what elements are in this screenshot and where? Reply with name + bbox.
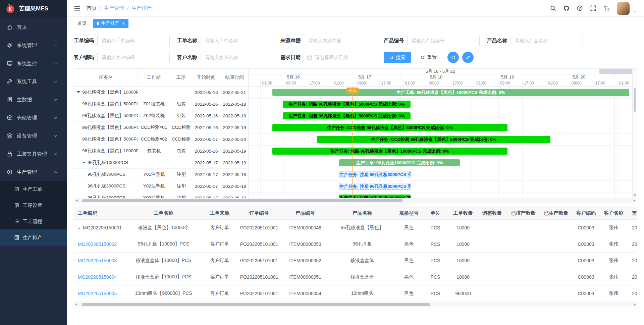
sidebar-menu: 首页系统管理系统监控系统工具主数据仓储管理设备管理工装夹具管理生产管理生产工单工… — [0, 17, 67, 325]
gantt-hour-label: 01:00 — [332, 80, 343, 87]
tab-scheduling[interactable]: 生产排产× — [93, 19, 128, 28]
cell-name: 96孔孔板【10000】PCS — [124, 241, 203, 247]
scroll-right-icon[interactable] — [632, 302, 637, 307]
sidebar-item-system-monitor[interactable]: 系统监控 — [0, 54, 67, 72]
cell-unit: PCS — [422, 291, 449, 296]
sidebar-item-process-flow[interactable]: 工艺流程 — [0, 213, 67, 229]
help-icon[interactable] — [577, 5, 583, 11]
hamburger-icon[interactable] — [74, 5, 80, 12]
end-date-cell: 2022-05-18 — [220, 113, 248, 118]
scrollbar-thumb[interactable] — [634, 88, 636, 112]
breadcrumb-item-2[interactable]: 生产排产 — [131, 5, 152, 11]
app-logo: 苦糖果MES — [0, 0, 67, 17]
gantt-task-row[interactable]: 96孔孔板3000PCSY03注塑机注塑2022-05-172022-05-18 — [74, 192, 248, 198]
search-icon[interactable] — [550, 5, 556, 11]
font-size-icon[interactable] — [603, 5, 610, 11]
github-icon[interactable] — [563, 5, 570, 11]
work-order-link[interactable]: MO202205150003 — [78, 258, 117, 263]
sidebar-item-warehouse-mgmt[interactable]: 仓储管理 — [0, 109, 67, 127]
scroll-down-icon[interactable] — [634, 195, 636, 196]
scrollbar-track[interactable] — [79, 303, 632, 307]
filter-text-input[interactable] — [97, 35, 170, 46]
scrollbar-thumb[interactable] — [82, 199, 402, 202]
gantt-task-table: 任务名工作站工序开始时间结束时间 96孔移液盒【黑色】10000PCS2022-… — [74, 69, 249, 198]
sidebar-item-system-mgmt[interactable]: 系统管理 — [0, 36, 67, 54]
collapse-caret-icon[interactable] — [77, 91, 80, 93]
tab-home[interactable]: 首页 — [74, 19, 90, 28]
gantt-task-row[interactable]: 96孔孔板3000PCSY01注塑机注塑2022-05-172022-05-18 — [74, 169, 248, 180]
gantt-task-row[interactable]: 96孔移液盒【黑色】5000PCSZ02组装机组装2022-05-162022-… — [74, 110, 248, 122]
gantt-bar[interactable]: 生产任务: CCD检测 96孔移液盒【黑色】5000PCS 完成比例: 0% — [317, 136, 550, 143]
start-date-cell: 2022-05-16 — [192, 125, 220, 130]
gantt-bar[interactable]: 生产任务: 组装 96孔移液盒【黑色】5000PCS 完成比例: 0% — [283, 101, 411, 108]
gantt-bar[interactable]: 生产任务: 注塑 96孔孔板3000PCS 完成比例: 0% — [339, 195, 411, 198]
reset-button[interactable]: 重置 — [415, 52, 442, 63]
filter-text-input[interactable] — [511, 35, 583, 46]
edit-button[interactable] — [462, 52, 474, 63]
gantt-gridline-hour — [260, 87, 261, 198]
refresh-icon — [451, 55, 456, 60]
table-horizontal-scrollbar[interactable] — [74, 302, 637, 307]
caret-down-icon[interactable] — [633, 9, 637, 13]
sidebar-item-equipment-mgmt[interactable]: 设备管理 — [0, 127, 67, 145]
end-date-cell: 2022-05-19 — [220, 149, 248, 154]
gantt-hour-label: 17:00 — [308, 80, 320, 87]
filter-text-input[interactable] — [97, 52, 170, 63]
gantt-task-row[interactable]: 96孔移液盒【黑色】10000PCS2022-05-162022-05-21 — [74, 87, 248, 98]
process-icon — [14, 203, 19, 208]
gantt-bar[interactable]: 生产工单: 96孔孔板10000PCS 完成比例: 0% — [339, 159, 460, 166]
work-order-link[interactable]: MO202205150005 — [78, 291, 117, 296]
gantt-vertical-scrollbar[interactable] — [632, 69, 637, 198]
cell-qty: 10000 — [449, 258, 477, 263]
gantt-task-row[interactable]: 96孔孔板3000PCSY02注塑机注塑2022-05-172022-05-18 — [74, 180, 248, 192]
scrollbar-thumb[interactable] — [82, 303, 430, 306]
work-order-link[interactable]: MO202205150001 — [83, 225, 122, 230]
gantt-bar[interactable]: 生产工单: 96孔移液盒【黑色】10000PCS 完成比例: 0% — [272, 89, 629, 96]
sidebar-item-process-settings[interactable]: 工序设置 — [0, 197, 67, 213]
gantt-table-body: 96孔移液盒【黑色】10000PCS2022-05-162022-05-2196… — [74, 87, 248, 198]
sidebar-item-system-tools[interactable]: 系统工具 — [0, 72, 67, 91]
main-area: 首页/生产管理/生产排产 首页生产排产× 工单编码工单名称来源单据产品编号产品名… — [67, 0, 644, 325]
work-order-link[interactable]: MO202205150002 — [78, 241, 117, 247]
filter-input-wrap — [304, 35, 376, 46]
scroll-left-icon[interactable] — [74, 302, 79, 307]
sidebar-item-production-mgmt[interactable]: 生产管理 — [0, 163, 67, 181]
sidebar-item-tooling-mgmt[interactable]: 工装夹具管理 — [0, 145, 67, 163]
scroll-right-icon[interactable] — [632, 198, 637, 203]
breadcrumb-item-1[interactable]: 生产管理 — [104, 5, 124, 11]
sidebar-item-master-data[interactable]: 主数据 — [0, 91, 67, 109]
filter-text-input[interactable] — [304, 35, 376, 46]
gantt-horizontal-scrollbar[interactable] — [74, 198, 637, 203]
scrollbar-track[interactable] — [79, 199, 632, 203]
cell-item_code: ITEM00000052 — [282, 258, 329, 263]
scroll-left-icon[interactable] — [74, 198, 79, 203]
sidebar-item-scheduling[interactable]: 生产排产 — [0, 229, 67, 246]
gantt-task-row[interactable]: 96孔移液盒【黑色】5000PCSCCD检测#01CCD检测2022-05-16… — [74, 122, 248, 133]
task-name-cell: 96孔孔板3000PCS — [74, 171, 138, 177]
gantt-bar[interactable]: 生产任务: CCD检测 96孔移液盒【黑色】5000PCS 完成比例: 0% — [272, 124, 507, 131]
sidebar-item-home[interactable]: 首页 — [0, 18, 67, 36]
fullscreen-icon[interactable] — [590, 5, 596, 11]
expand-caret-icon[interactable] — [78, 228, 80, 229]
gantt-bar[interactable]: 生产任务: 注塑 96孔孔板3000PCS 完成比例: 0% — [339, 171, 411, 178]
tab-close-icon[interactable]: × — [122, 21, 125, 26]
gantt-task-row[interactable]: 96孔移液盒【黑色】5000PCSCCD检测#02CCD检测2022-05-17… — [74, 133, 248, 145]
gantt-task-row[interactable]: 96孔移液盒【黑色】10000PCS包装机包装2022-05-162022-05… — [74, 145, 248, 157]
filter-text-input[interactable] — [201, 35, 273, 46]
work-order-link[interactable]: MO202205150004 — [78, 274, 117, 280]
gantt-bar[interactable]: 生产任务: 组装 96孔移液盒【黑色】5000PCS 完成比例: 0% — [283, 112, 411, 119]
collapse-caret-icon[interactable] — [82, 162, 86, 164]
gantt-bar[interactable]: 生产任务: 包装 96孔移液盒【黑色】10000PCS 完成比例: 0% — [272, 148, 507, 155]
user-avatar[interactable] — [617, 2, 630, 15]
gantt-task-row[interactable]: 96孔移液盒【黑色】5000PCSZ01组装机组装2022-05-162022-… — [74, 98, 248, 110]
filter-text-input[interactable] — [201, 52, 273, 63]
demand-date-input[interactable] — [304, 52, 376, 63]
gantt-bar[interactable]: 生产任务: 注塑 96孔孔板3000PCS 完成比例: 0% — [339, 183, 411, 190]
sidebar-item-work-order[interactable]: 生产工单 — [0, 181, 67, 197]
filter-text-input[interactable] — [407, 35, 480, 46]
breadcrumb-item-0[interactable]: 首页 — [87, 5, 97, 11]
search-button[interactable]: 搜索 — [384, 52, 411, 63]
refresh-button[interactable] — [447, 52, 459, 63]
gantt-task-row[interactable]: 96孔孔板10000PCS2022-05-172022-05-19 — [74, 157, 248, 169]
gantt-column-header: 工作站 — [138, 69, 170, 86]
